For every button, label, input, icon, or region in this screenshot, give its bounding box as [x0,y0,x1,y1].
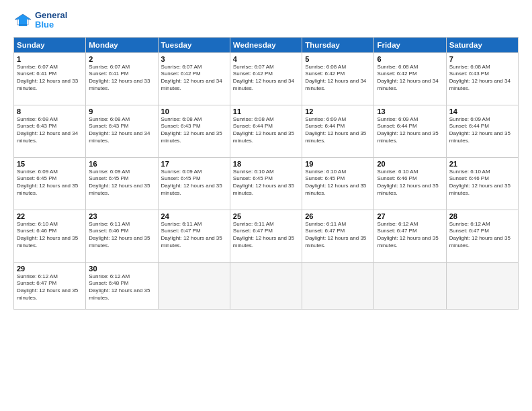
day-info: Sunrise: 6:11 AMSunset: 6:46 PMDaylight:… [89,221,154,250]
calendar-cell: 22Sunrise: 6:10 AMSunset: 6:46 PMDayligh… [14,210,86,262]
calendar-cell: 5Sunrise: 6:08 AMSunset: 6:42 PMDaylight… [302,52,374,105]
calendar-cell: 21Sunrise: 6:10 AMSunset: 6:46 PMDayligh… [446,157,518,210]
weekday-monday: Monday [86,37,158,52]
day-info: Sunrise: 6:08 AMSunset: 6:42 PMDaylight:… [305,64,371,93]
calendar-cell: 18Sunrise: 6:10 AMSunset: 6:45 PMDayligh… [230,157,302,210]
day-info: Sunrise: 6:09 AMSunset: 6:44 PMDaylight:… [449,116,515,145]
calendar-cell: 16Sunrise: 6:09 AMSunset: 6:45 PMDayligh… [86,157,158,210]
day-number: 2 [89,55,154,63]
calendar-cell: 4Sunrise: 6:07 AMSunset: 6:42 PMDaylight… [230,52,302,105]
page: General Blue SundayMondayTuesdayWednesda… [0,0,532,411]
day-info: Sunrise: 6:09 AMSunset: 6:44 PMDaylight:… [377,116,443,145]
calendar-cell: 17Sunrise: 6:09 AMSunset: 6:45 PMDayligh… [158,157,230,210]
day-info: Sunrise: 6:07 AMSunset: 6:41 PMDaylight:… [17,64,83,93]
week-row-3: 15Sunrise: 6:09 AMSunset: 6:45 PMDayligh… [14,157,519,210]
day-number: 6 [377,55,443,63]
calendar-cell: 1Sunrise: 6:07 AMSunset: 6:41 PMDaylight… [14,52,86,105]
day-number: 1 [17,55,83,63]
day-info: Sunrise: 6:10 AMSunset: 6:45 PMDaylight:… [233,169,299,197]
day-number: 20 [377,160,443,168]
week-row-1: 1Sunrise: 6:07 AMSunset: 6:41 PMDaylight… [14,52,519,105]
day-number: 14 [449,107,515,116]
weekday-wednesday: Wednesday [230,37,302,52]
day-info: Sunrise: 6:12 AMSunset: 6:48 PMDaylight:… [89,273,154,302]
calendar-cell: 10Sunrise: 6:08 AMSunset: 6:43 PMDayligh… [158,105,230,157]
calendar: SundayMondayTuesdayWednesdayThursdayFrid… [13,37,519,310]
calendar-cell: 14Sunrise: 6:09 AMSunset: 6:44 PMDayligh… [446,105,518,157]
logo-icon [13,13,32,28]
calendar-cell: 7Sunrise: 6:08 AMSunset: 6:43 PMDaylight… [446,52,518,105]
day-info: Sunrise: 6:08 AMSunset: 6:42 PMDaylight:… [377,64,443,93]
day-number: 4 [233,55,299,63]
day-number: 27 [377,212,443,220]
week-row-4: 22Sunrise: 6:10 AMSunset: 6:46 PMDayligh… [14,210,519,262]
calendar-cell [374,262,446,309]
calendar-cell: 6Sunrise: 6:08 AMSunset: 6:42 PMDaylight… [374,52,446,105]
day-info: Sunrise: 6:10 AMSunset: 6:45 PMDaylight:… [305,169,371,197]
calendar-cell: 11Sunrise: 6:08 AMSunset: 6:44 PMDayligh… [230,105,302,157]
day-number: 3 [161,55,227,63]
day-number: 29 [17,265,83,273]
day-number: 17 [161,160,227,168]
day-info: Sunrise: 6:07 AMSunset: 6:41 PMDaylight:… [89,64,154,93]
day-number: 26 [305,212,371,220]
svg-marker-0 [15,14,31,26]
day-number: 7 [449,55,515,63]
day-info: Sunrise: 6:10 AMSunset: 6:46 PMDaylight:… [17,221,83,250]
day-number: 30 [89,265,154,273]
weekday-tuesday: Tuesday [158,37,230,52]
calendar-cell: 23Sunrise: 6:11 AMSunset: 6:46 PMDayligh… [86,210,158,262]
calendar-cell: 2Sunrise: 6:07 AMSunset: 6:41 PMDaylight… [86,52,158,105]
day-number: 22 [17,212,83,220]
day-info: Sunrise: 6:07 AMSunset: 6:42 PMDaylight:… [161,64,227,93]
day-info: Sunrise: 6:08 AMSunset: 6:43 PMDaylight:… [17,116,83,145]
calendar-cell: 29Sunrise: 6:12 AMSunset: 6:47 PMDayligh… [14,262,86,309]
day-info: Sunrise: 6:10 AMSunset: 6:46 PMDaylight:… [377,169,443,197]
calendar-cell: 26Sunrise: 6:11 AMSunset: 6:47 PMDayligh… [302,210,374,262]
day-info: Sunrise: 6:09 AMSunset: 6:45 PMDaylight:… [17,169,83,197]
day-number: 9 [89,107,154,116]
day-number: 11 [233,107,299,116]
day-number: 5 [305,55,371,63]
calendar-cell: 9Sunrise: 6:08 AMSunset: 6:43 PMDaylight… [86,105,158,157]
calendar-cell [158,262,230,309]
calendar-cell [230,262,302,309]
day-info: Sunrise: 6:11 AMSunset: 6:47 PMDaylight:… [161,221,227,250]
day-info: Sunrise: 6:11 AMSunset: 6:47 PMDaylight:… [305,221,371,250]
day-info: Sunrise: 6:09 AMSunset: 6:45 PMDaylight:… [161,169,227,197]
calendar-cell: 19Sunrise: 6:10 AMSunset: 6:45 PMDayligh… [302,157,374,210]
day-number: 16 [89,160,154,168]
day-number: 19 [305,160,371,168]
weekday-sunday: Sunday [14,37,86,52]
calendar-cell: 27Sunrise: 6:12 AMSunset: 6:47 PMDayligh… [374,210,446,262]
day-info: Sunrise: 6:08 AMSunset: 6:43 PMDaylight:… [89,116,154,145]
weekday-saturday: Saturday [446,37,518,52]
calendar-cell: 3Sunrise: 6:07 AMSunset: 6:42 PMDaylight… [158,52,230,105]
calendar-cell: 12Sunrise: 6:09 AMSunset: 6:44 PMDayligh… [302,105,374,157]
day-number: 18 [233,160,299,168]
day-info: Sunrise: 6:12 AMSunset: 6:47 PMDaylight:… [377,221,443,250]
day-info: Sunrise: 6:07 AMSunset: 6:42 PMDaylight:… [233,64,299,93]
day-info: Sunrise: 6:11 AMSunset: 6:47 PMDaylight:… [233,221,299,250]
day-info: Sunrise: 6:08 AMSunset: 6:44 PMDaylight:… [233,116,299,145]
calendar-cell: 25Sunrise: 6:11 AMSunset: 6:47 PMDayligh… [230,210,302,262]
logo-text: General Blue [35,11,67,30]
calendar-cell: 30Sunrise: 6:12 AMSunset: 6:48 PMDayligh… [86,262,158,309]
day-number: 15 [17,160,83,168]
calendar-cell [302,262,374,309]
calendar-cell: 15Sunrise: 6:09 AMSunset: 6:45 PMDayligh… [14,157,86,210]
day-number: 10 [161,107,227,116]
day-number: 28 [449,212,515,220]
week-row-2: 8Sunrise: 6:08 AMSunset: 6:43 PMDaylight… [14,105,519,157]
calendar-cell: 20Sunrise: 6:10 AMSunset: 6:46 PMDayligh… [374,157,446,210]
weekday-header-row: SundayMondayTuesdayWednesdayThursdayFrid… [14,37,519,52]
day-number: 25 [233,212,299,220]
calendar-cell [446,262,518,309]
day-info: Sunrise: 6:12 AMSunset: 6:47 PMDaylight:… [17,273,83,302]
day-number: 24 [161,212,227,220]
day-number: 21 [449,160,515,168]
calendar-cell: 28Sunrise: 6:12 AMSunset: 6:47 PMDayligh… [446,210,518,262]
calendar-cell: 8Sunrise: 6:08 AMSunset: 6:43 PMDaylight… [14,105,86,157]
day-info: Sunrise: 6:10 AMSunset: 6:46 PMDaylight:… [449,169,515,197]
logo: General Blue [13,11,67,30]
